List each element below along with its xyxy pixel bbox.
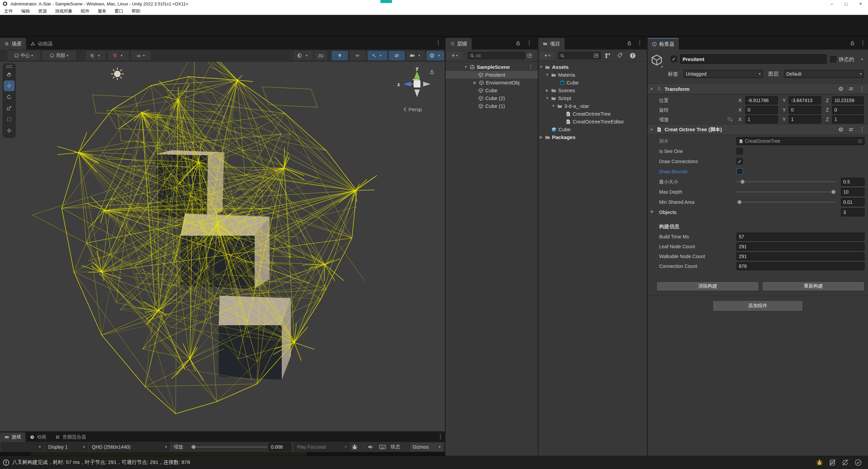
collapse-icon[interactable]: ▼ [650, 128, 654, 132]
tab-game[interactable]: 游戏 [0, 432, 25, 442]
tag-dropdown[interactable]: Untagged ▾ [684, 70, 763, 78]
pivot-mode-dropdown[interactable]: 中心 ▾ [7, 51, 40, 60]
component-kebab-icon[interactable]: ⋮ [859, 86, 865, 92]
keyboard-icon[interactable] [379, 444, 386, 450]
zoom-slider-knob[interactable] [192, 445, 196, 449]
menu-assets[interactable]: 资源 [34, 7, 51, 15]
ok-status-icon[interactable] [854, 459, 862, 466]
preset-icon[interactable] [848, 127, 854, 132]
hierarchy-item-enviormentobj[interactable]: ▶ EnviormentObj [473, 79, 519, 86]
build-time-field[interactable]: 57 [736, 233, 865, 241]
hierarchy-item-cube[interactable]: Cube [478, 86, 497, 94]
search-scope-icon[interactable] [527, 53, 532, 58]
project-item-assets[interactable]: ▼ Assets [539, 63, 569, 71]
collapse-icon[interactable]: ▼ [551, 104, 555, 108]
project-item-scenes[interactable]: ▶ Scenes [545, 86, 575, 94]
lighting-toggle-button[interactable] [332, 51, 348, 60]
projection-label[interactable]: Persp [403, 106, 422, 112]
expand-icon[interactable]: ▶ [473, 81, 477, 84]
project-item-creatoctreetree[interactable]: # CreatOctreeTree [566, 110, 611, 118]
max-depth-slider[interactable] [736, 192, 837, 192]
leaf-node-count-field[interactable]: 291 [736, 242, 865, 251]
orientation-dropdown[interactable]: 局部 ▾ [42, 51, 76, 60]
label-tag-icon[interactable] [617, 53, 623, 58]
script-object-field[interactable]: # CreatOctreeTree ⊙ [736, 137, 865, 145]
position-y-field[interactable]: -3.847413 [789, 96, 821, 104]
create-asset-button[interactable]: +▾ [540, 52, 555, 59]
auto-refresh-disabled-icon[interactable] [842, 459, 849, 466]
position-x-field[interactable]: -6.911786 [745, 96, 778, 104]
hierarchy-item-samplescene[interactable]: ▼ SampleScene [464, 63, 510, 71]
hierarchy-kebab-icon[interactable]: ⋮ [526, 40, 532, 46]
tab-inspector[interactable]: 检查器 [648, 38, 679, 50]
tab-project[interactable]: 项目 [538, 38, 565, 50]
add-component-button[interactable]: 添加组件 [713, 300, 803, 311]
max-depth-knob[interactable] [831, 190, 835, 194]
scale-y-field[interactable]: 1 [789, 115, 821, 123]
help-icon[interactable]: ? [838, 127, 844, 132]
shading-mode-dropdown[interactable]: ▾ [293, 51, 313, 60]
lock-open-icon[interactable] [850, 40, 855, 46]
menu-edit[interactable]: 编辑 [17, 7, 34, 15]
game-gizmos-dropdown[interactable]: Gizmos ▾ [410, 443, 443, 451]
stats-toggle[interactable]: 状态 [391, 444, 400, 450]
draw-connections-checkbox[interactable]: ✓ [736, 158, 743, 164]
tab-audio-mixer[interactable]: 音频混合器 [51, 432, 91, 442]
status-message[interactable]: 八叉树构建完成，耗时: 57 ms，叶子节点: 291，可通行节点: 291，连… [12, 459, 190, 466]
project-item-scirpt[interactable]: ▼ Scirpt [545, 94, 571, 102]
scene-viewport[interactable]: y z Persp [0, 62, 445, 431]
display-dropdown[interactable]: Display 1 ▾ [45, 443, 87, 451]
min-shared-knob[interactable] [737, 200, 742, 204]
close-button[interactable]: × [853, 0, 868, 7]
hand-tool-button[interactable] [4, 69, 15, 80]
panel-divider[interactable] [445, 37, 446, 456]
project-item-3-d-a-star[interactable]: ▼ 3-d-a_-star [551, 102, 589, 110]
hidden-objects-toggle[interactable] [389, 51, 405, 60]
collapse-icon[interactable]: ▼ [545, 96, 549, 100]
objects-count-field[interactable]: 3 [841, 208, 865, 216]
position-z-field[interactable]: 10.23159 [832, 96, 864, 104]
layer-dropdown[interactable]: Default ▾ [784, 70, 864, 78]
zoom-slider[interactable] [191, 447, 267, 447]
grid-snap-button[interactable]: y ▾ [85, 51, 106, 60]
lock-open-icon[interactable] [429, 69, 435, 75]
tab-animation[interactable]: 动画 [25, 432, 51, 442]
zoom-value-field[interactable]: 0.008 [269, 443, 291, 451]
asset-filter-icon[interactable] [604, 52, 611, 59]
connection-count-field[interactable]: 878 [736, 262, 865, 270]
project-item-cube-material[interactable]: Cube [559, 79, 579, 86]
is-see-one-checkbox[interactable] [736, 148, 743, 154]
draw-bounds-checkbox[interactable] [736, 168, 743, 175]
tab-animator[interactable]: 动画器 [26, 38, 57, 50]
project-item-materia[interactable]: ▼ Materia [545, 71, 575, 79]
overlay-drag-handle[interactable] [6, 65, 12, 68]
scene-row-kebab-icon[interactable]: ⋮ [528, 64, 533, 69]
min-shared-slider[interactable] [736, 202, 837, 202]
snap-increment-button[interactable]: ▾ [108, 51, 129, 60]
rotation-y-field[interactable]: 0 [789, 106, 821, 114]
audio-toggle-button[interactable] [350, 51, 366, 60]
debugger-bug-icon[interactable] [816, 459, 823, 466]
axis-gizmo[interactable]: y z Persp [393, 66, 441, 117]
create-button[interactable]: +▾ [447, 52, 462, 59]
project-kebab-icon[interactable]: ⋮ [637, 40, 643, 46]
preset-icon[interactable] [848, 86, 854, 92]
speaker-icon[interactable] [368, 444, 373, 450]
expand-icon[interactable]: ▶ [545, 89, 549, 92]
hierarchy-item-cube-1[interactable]: Cube (1) [478, 102, 505, 110]
menu-component[interactable]: 组件 [77, 7, 94, 15]
collapse-icon[interactable]: ▼ [539, 65, 543, 69]
game-menu-kebab-icon[interactable]: ⋮ [437, 434, 443, 439]
hierarchy-item-cube-2[interactable]: Cube (2) [478, 94, 505, 102]
max-depth-field[interactable]: 10 [841, 188, 865, 196]
scale-tool-button[interactable] [4, 103, 15, 114]
lock-open-icon[interactable] [627, 40, 632, 46]
collapse-icon[interactable]: ▼ [464, 65, 468, 69]
hidden-packages-icon[interactable] [629, 52, 636, 59]
menu-services[interactable]: 服务 [94, 7, 111, 15]
rotation-z-field[interactable]: 0 [832, 106, 864, 114]
min-size-knob[interactable] [741, 180, 745, 184]
scale-z-field[interactable]: 1 [832, 115, 864, 123]
measure-tool-dropdown[interactable]: ▾ [131, 51, 151, 60]
min-size-field[interactable]: 0.5 [841, 178, 865, 186]
